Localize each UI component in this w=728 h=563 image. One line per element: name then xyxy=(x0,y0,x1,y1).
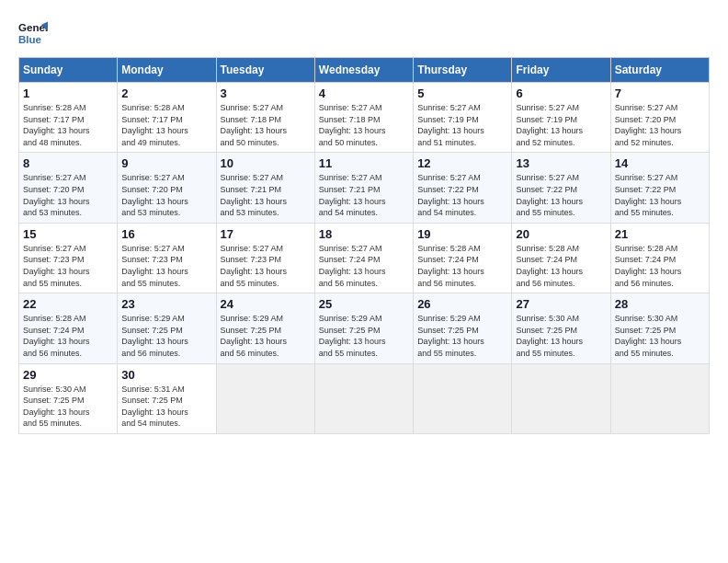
day-number: 16 xyxy=(121,227,211,241)
day-info: Sunrise: 5:28 AM Sunset: 7:17 PM Dayligh… xyxy=(23,102,113,148)
day-info: Sunrise: 5:30 AM Sunset: 7:25 PM Dayligh… xyxy=(615,313,705,359)
calendar-header-wednesday: Wednesday xyxy=(314,58,413,83)
calendar-cell-1-7: 7Sunrise: 5:27 AM Sunset: 7:20 PM Daylig… xyxy=(610,83,709,153)
calendar-cell-1-4: 4Sunrise: 5:27 AM Sunset: 7:18 PM Daylig… xyxy=(314,83,413,153)
calendar-week-4: 22Sunrise: 5:28 AM Sunset: 7:24 PM Dayli… xyxy=(19,293,710,363)
calendar-cell-3-6: 20Sunrise: 5:28 AM Sunset: 7:24 PM Dayli… xyxy=(512,223,610,293)
calendar-header-friday: Friday xyxy=(512,58,610,83)
day-number: 6 xyxy=(516,86,606,100)
day-info: Sunrise: 5:31 AM Sunset: 7:25 PM Dayligh… xyxy=(121,384,211,430)
day-info: Sunrise: 5:27 AM Sunset: 7:18 PM Dayligh… xyxy=(319,102,409,148)
day-number: 5 xyxy=(417,86,507,100)
calendar-cell-1-3: 3Sunrise: 5:27 AM Sunset: 7:18 PM Daylig… xyxy=(216,83,314,153)
day-number: 14 xyxy=(615,156,705,170)
day-info: Sunrise: 5:27 AM Sunset: 7:19 PM Dayligh… xyxy=(516,102,606,148)
day-info: Sunrise: 5:28 AM Sunset: 7:17 PM Dayligh… xyxy=(121,102,211,148)
calendar-header-row: SundayMondayTuesdayWednesdayThursdayFrid… xyxy=(19,58,710,83)
day-number: 2 xyxy=(121,86,211,100)
calendar-cell-3-7: 21Sunrise: 5:28 AM Sunset: 7:24 PM Dayli… xyxy=(610,223,709,293)
calendar-cell-4-5: 26Sunrise: 5:29 AM Sunset: 7:25 PM Dayli… xyxy=(414,293,512,363)
day-info: Sunrise: 5:27 AM Sunset: 7:23 PM Dayligh… xyxy=(121,243,211,289)
calendar-cell-2-6: 13Sunrise: 5:27 AM Sunset: 7:22 PM Dayli… xyxy=(512,153,610,223)
calendar-cell-2-2: 9Sunrise: 5:27 AM Sunset: 7:20 PM Daylig… xyxy=(118,153,216,223)
day-number: 27 xyxy=(516,297,606,311)
day-info: Sunrise: 5:28 AM Sunset: 7:24 PM Dayligh… xyxy=(516,243,606,289)
day-info: Sunrise: 5:27 AM Sunset: 7:22 PM Dayligh… xyxy=(417,172,507,218)
day-info: Sunrise: 5:27 AM Sunset: 7:21 PM Dayligh… xyxy=(221,172,311,218)
day-number: 11 xyxy=(319,156,409,170)
day-info: Sunrise: 5:27 AM Sunset: 7:20 PM Dayligh… xyxy=(121,172,211,218)
day-info: Sunrise: 5:27 AM Sunset: 7:20 PM Dayligh… xyxy=(615,102,705,148)
calendar-cell-2-1: 8Sunrise: 5:27 AM Sunset: 7:20 PM Daylig… xyxy=(19,153,118,223)
calendar-cell-5-7 xyxy=(610,363,709,433)
day-number: 3 xyxy=(221,86,311,100)
calendar-cell-5-6 xyxy=(512,363,610,433)
logo-icon: General Blue xyxy=(18,18,48,48)
calendar-cell-1-1: 1Sunrise: 5:28 AM Sunset: 7:17 PM Daylig… xyxy=(19,83,118,153)
calendar-cell-4-6: 27Sunrise: 5:30 AM Sunset: 7:25 PM Dayli… xyxy=(512,293,610,363)
calendar-cell-4-1: 22Sunrise: 5:28 AM Sunset: 7:24 PM Dayli… xyxy=(19,293,118,363)
page-header: General Blue xyxy=(18,18,710,48)
calendar-cell-2-7: 14Sunrise: 5:27 AM Sunset: 7:22 PM Dayli… xyxy=(610,153,709,223)
calendar-cell-5-3 xyxy=(216,363,314,433)
calendar-cell-4-7: 28Sunrise: 5:30 AM Sunset: 7:25 PM Dayli… xyxy=(610,293,709,363)
calendar-header-monday: Monday xyxy=(118,58,216,83)
day-info: Sunrise: 5:28 AM Sunset: 7:24 PM Dayligh… xyxy=(417,243,507,289)
day-info: Sunrise: 5:27 AM Sunset: 7:22 PM Dayligh… xyxy=(516,172,606,218)
day-number: 25 xyxy=(319,297,409,311)
calendar-week-5: 29Sunrise: 5:30 AM Sunset: 7:25 PM Dayli… xyxy=(19,363,710,433)
day-info: Sunrise: 5:29 AM Sunset: 7:25 PM Dayligh… xyxy=(319,313,409,359)
day-number: 18 xyxy=(319,227,409,241)
day-info: Sunrise: 5:27 AM Sunset: 7:23 PM Dayligh… xyxy=(23,243,113,289)
calendar-header-saturday: Saturday xyxy=(610,58,709,83)
day-number: 13 xyxy=(516,156,606,170)
day-info: Sunrise: 5:29 AM Sunset: 7:25 PM Dayligh… xyxy=(221,313,311,359)
calendar-header-tuesday: Tuesday xyxy=(216,58,314,83)
day-number: 1 xyxy=(23,86,113,100)
day-number: 9 xyxy=(121,156,211,170)
day-number: 30 xyxy=(121,368,211,382)
calendar-cell-4-2: 23Sunrise: 5:29 AM Sunset: 7:25 PM Dayli… xyxy=(118,293,216,363)
day-number: 21 xyxy=(615,227,705,241)
calendar-cell-1-2: 2Sunrise: 5:28 AM Sunset: 7:17 PM Daylig… xyxy=(118,83,216,153)
calendar-cell-3-3: 17Sunrise: 5:27 AM Sunset: 7:23 PM Dayli… xyxy=(216,223,314,293)
calendar-cell-4-4: 25Sunrise: 5:29 AM Sunset: 7:25 PM Dayli… xyxy=(314,293,413,363)
calendar-week-1: 1Sunrise: 5:28 AM Sunset: 7:17 PM Daylig… xyxy=(19,83,710,153)
day-info: Sunrise: 5:27 AM Sunset: 7:20 PM Dayligh… xyxy=(23,172,113,218)
day-number: 24 xyxy=(221,297,311,311)
calendar-cell-2-4: 11Sunrise: 5:27 AM Sunset: 7:21 PM Dayli… xyxy=(314,153,413,223)
day-number: 28 xyxy=(615,297,705,311)
day-number: 4 xyxy=(319,86,409,100)
day-info: Sunrise: 5:27 AM Sunset: 7:21 PM Dayligh… xyxy=(319,172,409,218)
day-info: Sunrise: 5:28 AM Sunset: 7:24 PM Dayligh… xyxy=(615,243,705,289)
calendar-cell-3-1: 15Sunrise: 5:27 AM Sunset: 7:23 PM Dayli… xyxy=(19,223,118,293)
calendar-cell-3-4: 18Sunrise: 5:27 AM Sunset: 7:24 PM Dayli… xyxy=(314,223,413,293)
day-number: 20 xyxy=(516,227,606,241)
day-info: Sunrise: 5:27 AM Sunset: 7:22 PM Dayligh… xyxy=(615,172,705,218)
day-number: 17 xyxy=(221,227,311,241)
day-info: Sunrise: 5:30 AM Sunset: 7:25 PM Dayligh… xyxy=(23,384,113,430)
calendar-cell-1-5: 5Sunrise: 5:27 AM Sunset: 7:19 PM Daylig… xyxy=(414,83,512,153)
calendar-cell-5-5 xyxy=(414,363,512,433)
day-info: Sunrise: 5:27 AM Sunset: 7:24 PM Dayligh… xyxy=(319,243,409,289)
day-info: Sunrise: 5:27 AM Sunset: 7:19 PM Dayligh… xyxy=(417,102,507,148)
calendar-cell-1-6: 6Sunrise: 5:27 AM Sunset: 7:19 PM Daylig… xyxy=(512,83,610,153)
calendar-week-3: 15Sunrise: 5:27 AM Sunset: 7:23 PM Dayli… xyxy=(19,223,710,293)
calendar-cell-5-2: 30Sunrise: 5:31 AM Sunset: 7:25 PM Dayli… xyxy=(118,363,216,433)
day-number: 15 xyxy=(23,227,113,241)
calendar-cell-2-5: 12Sunrise: 5:27 AM Sunset: 7:22 PM Dayli… xyxy=(414,153,512,223)
day-number: 29 xyxy=(23,368,113,382)
day-number: 8 xyxy=(23,156,113,170)
day-number: 26 xyxy=(417,297,507,311)
day-number: 10 xyxy=(221,156,311,170)
svg-text:Blue: Blue xyxy=(18,34,42,45)
logo: General Blue xyxy=(18,18,48,48)
day-info: Sunrise: 5:30 AM Sunset: 7:25 PM Dayligh… xyxy=(516,313,606,359)
day-info: Sunrise: 5:27 AM Sunset: 7:18 PM Dayligh… xyxy=(221,102,311,148)
day-info: Sunrise: 5:29 AM Sunset: 7:25 PM Dayligh… xyxy=(121,313,211,359)
calendar-header-thursday: Thursday xyxy=(414,58,512,83)
day-number: 22 xyxy=(23,297,113,311)
day-info: Sunrise: 5:27 AM Sunset: 7:23 PM Dayligh… xyxy=(221,243,311,289)
day-info: Sunrise: 5:28 AM Sunset: 7:24 PM Dayligh… xyxy=(23,313,113,359)
calendar-header-sunday: Sunday xyxy=(19,58,118,83)
